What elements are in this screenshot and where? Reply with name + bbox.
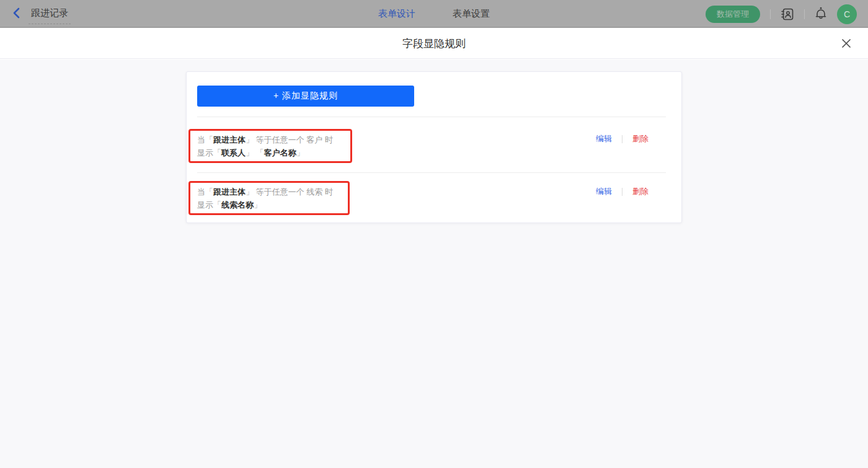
header-tabs: 表单设计 表单设置 (378, 0, 490, 28)
modal-title: 字段显隐规则 (0, 37, 868, 51)
back-button[interactable] (12, 7, 21, 21)
tab-form-settings[interactable]: 表单设置 (453, 8, 490, 20)
rule-item-2: 当「跟进主体」 等于任意一个 线索 时 显示「线索名称」 (188, 181, 350, 215)
divider (622, 188, 622, 196)
edit-button[interactable]: 编辑 (596, 186, 612, 197)
rule-item-1: 当「跟进主体」 等于任意一个 客户 时 显示「联系人」 「客户名称」 (188, 129, 352, 163)
header-right: 数据管理 C (706, 0, 857, 28)
address-book-icon[interactable] (781, 7, 794, 21)
delete-button[interactable]: 删除 (632, 133, 649, 144)
divider (622, 135, 622, 143)
tab-form-design[interactable]: 表单设计 (378, 8, 415, 20)
delete-button[interactable]: 删除 (632, 186, 649, 197)
header-left: 跟进记录 (12, 0, 71, 28)
rule-1-actions: 编辑 删除 (596, 133, 649, 144)
form-name[interactable]: 跟进记录 (29, 7, 71, 24)
rule-result: 显示「线索名称」 (197, 200, 262, 210)
rule-result: 显示「联系人」 「客户名称」 (197, 148, 304, 157)
divider (197, 117, 666, 117)
modal-header: 字段显隐规则 (0, 28, 868, 59)
rules-card: + 添加显隐规则 当「跟进主体」 等于任意一个 客户 时 显示「联系人」 「客户… (186, 71, 682, 223)
close-icon[interactable] (839, 37, 853, 50)
app-header: 跟进记录 表单设计 表单设置 数据管理 C (0, 0, 868, 28)
rule-2-actions: 编辑 删除 (596, 186, 649, 197)
bell-icon[interactable] (815, 7, 827, 21)
rule-text: 当「跟进主体」 等于任意一个 客户 时 (197, 135, 333, 144)
modal-body: + 添加显隐规则 当「跟进主体」 等于任意一个 客户 时 显示「联系人」 「客户… (0, 60, 868, 468)
data-manage-button[interactable]: 数据管理 (706, 6, 760, 23)
rule-text: 当「跟进主体」 等于任意一个 线索 时 (197, 187, 333, 196)
edit-button[interactable]: 编辑 (596, 133, 612, 144)
divider (770, 9, 771, 19)
add-rule-button[interactable]: + 添加显隐规则 (197, 86, 414, 107)
divider (804, 9, 805, 19)
divider (197, 172, 666, 173)
user-avatar[interactable]: C (837, 4, 857, 24)
chevron-left-icon (12, 7, 21, 21)
